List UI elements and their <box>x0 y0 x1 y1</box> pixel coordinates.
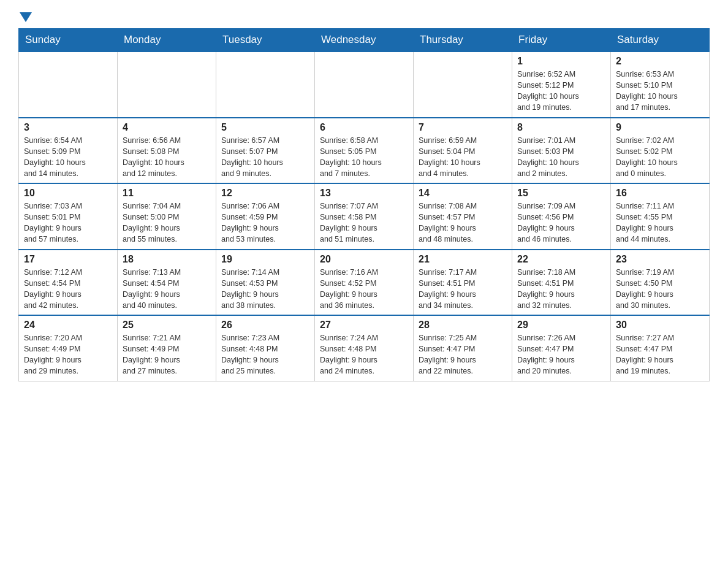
day-of-week-header: Wednesday <box>315 29 414 52</box>
calendar-cell <box>414 52 512 118</box>
day-number: 27 <box>320 320 408 331</box>
day-info: Sunrise: 7:23 AM Sunset: 4:48 PM Dayligh… <box>221 332 309 377</box>
day-number: 11 <box>123 188 211 199</box>
day-info: Sunrise: 7:13 AM Sunset: 4:54 PM Dayligh… <box>123 267 211 312</box>
day-info: Sunrise: 7:14 AM Sunset: 4:53 PM Dayligh… <box>221 267 309 312</box>
calendar-cell: 10Sunrise: 7:03 AM Sunset: 5:01 PM Dayli… <box>19 183 118 250</box>
week-row: 17Sunrise: 7:12 AM Sunset: 4:54 PM Dayli… <box>19 250 710 316</box>
day-number: 19 <box>221 254 309 265</box>
week-row: 10Sunrise: 7:03 AM Sunset: 5:01 PM Dayli… <box>19 183 710 250</box>
day-info: Sunrise: 7:03 AM Sunset: 5:01 PM Dayligh… <box>24 201 112 245</box>
calendar-cell: 21Sunrise: 7:17 AM Sunset: 4:51 PM Dayli… <box>414 250 512 316</box>
calendar-cell: 25Sunrise: 7:21 AM Sunset: 4:49 PM Dayli… <box>118 315 216 381</box>
day-number: 24 <box>24 320 112 331</box>
day-info: Sunrise: 6:59 AM Sunset: 5:04 PM Dayligh… <box>419 135 507 180</box>
calendar-cell <box>19 52 118 118</box>
week-row: 24Sunrise: 7:20 AM Sunset: 4:49 PM Dayli… <box>19 315 710 381</box>
day-info: Sunrise: 6:54 AM Sunset: 5:09 PM Dayligh… <box>24 135 112 180</box>
day-number: 26 <box>221 320 309 331</box>
day-of-week-header: Thursday <box>414 29 512 52</box>
day-info: Sunrise: 7:17 AM Sunset: 4:51 PM Dayligh… <box>419 267 507 312</box>
day-info: Sunrise: 6:58 AM Sunset: 5:05 PM Dayligh… <box>320 135 408 180</box>
calendar-cell <box>118 52 216 118</box>
day-number: 2 <box>616 56 704 67</box>
calendar-cell: 29Sunrise: 7:26 AM Sunset: 4:47 PM Dayli… <box>512 315 611 381</box>
day-of-week-header: Saturday <box>611 29 710 52</box>
day-number: 1 <box>517 56 605 67</box>
page-header <box>18 12 710 22</box>
day-number: 9 <box>616 122 704 133</box>
day-info: Sunrise: 7:25 AM Sunset: 4:47 PM Dayligh… <box>419 332 507 377</box>
day-info: Sunrise: 7:01 AM Sunset: 5:03 PM Dayligh… <box>517 135 605 180</box>
calendar-cell: 18Sunrise: 7:13 AM Sunset: 4:54 PM Dayli… <box>118 250 216 316</box>
day-info: Sunrise: 7:09 AM Sunset: 4:56 PM Dayligh… <box>517 201 605 245</box>
day-info: Sunrise: 7:18 AM Sunset: 4:51 PM Dayligh… <box>517 267 605 312</box>
day-number: 21 <box>419 254 507 265</box>
day-info: Sunrise: 7:04 AM Sunset: 5:00 PM Dayligh… <box>123 201 211 245</box>
calendar-header-row: SundayMondayTuesdayWednesdayThursdayFrid… <box>19 29 710 52</box>
day-number: 7 <box>419 122 507 133</box>
day-of-week-header: Monday <box>118 29 216 52</box>
calendar-cell: 3Sunrise: 6:54 AM Sunset: 5:09 PM Daylig… <box>19 118 118 184</box>
calendar-cell: 16Sunrise: 7:11 AM Sunset: 4:55 PM Dayli… <box>611 183 710 250</box>
day-number: 13 <box>320 188 408 199</box>
day-number: 17 <box>24 254 112 265</box>
calendar-cell: 26Sunrise: 7:23 AM Sunset: 4:48 PM Dayli… <box>216 315 315 381</box>
calendar-cell: 30Sunrise: 7:27 AM Sunset: 4:47 PM Dayli… <box>611 315 710 381</box>
calendar-cell <box>216 52 315 118</box>
calendar-cell: 4Sunrise: 6:56 AM Sunset: 5:08 PM Daylig… <box>118 118 216 184</box>
day-info: Sunrise: 7:11 AM Sunset: 4:55 PM Dayligh… <box>616 201 704 245</box>
day-info: Sunrise: 7:02 AM Sunset: 5:02 PM Dayligh… <box>616 135 704 180</box>
calendar-cell <box>315 52 414 118</box>
day-number: 29 <box>517 320 605 331</box>
day-info: Sunrise: 7:16 AM Sunset: 4:52 PM Dayligh… <box>320 267 408 312</box>
day-number: 14 <box>419 188 507 199</box>
day-info: Sunrise: 6:56 AM Sunset: 5:08 PM Dayligh… <box>123 135 211 180</box>
calendar-cell: 8Sunrise: 7:01 AM Sunset: 5:03 PM Daylig… <box>512 118 611 184</box>
calendar-cell: 23Sunrise: 7:19 AM Sunset: 4:50 PM Dayli… <box>611 250 710 316</box>
calendar-table: SundayMondayTuesdayWednesdayThursdayFrid… <box>18 28 710 381</box>
calendar-cell: 6Sunrise: 6:58 AM Sunset: 5:05 PM Daylig… <box>315 118 414 184</box>
calendar-cell: 14Sunrise: 7:08 AM Sunset: 4:57 PM Dayli… <box>414 183 512 250</box>
calendar-cell: 20Sunrise: 7:16 AM Sunset: 4:52 PM Dayli… <box>315 250 414 316</box>
day-of-week-header: Tuesday <box>216 29 315 52</box>
calendar-cell: 2Sunrise: 6:53 AM Sunset: 5:10 PM Daylig… <box>611 52 710 118</box>
calendar-cell: 9Sunrise: 7:02 AM Sunset: 5:02 PM Daylig… <box>611 118 710 184</box>
day-info: Sunrise: 7:19 AM Sunset: 4:50 PM Dayligh… <box>616 267 704 312</box>
calendar-cell: 28Sunrise: 7:25 AM Sunset: 4:47 PM Dayli… <box>414 315 512 381</box>
calendar-cell: 19Sunrise: 7:14 AM Sunset: 4:53 PM Dayli… <box>216 250 315 316</box>
logo-triangle-icon <box>20 12 32 22</box>
day-info: Sunrise: 7:08 AM Sunset: 4:57 PM Dayligh… <box>419 201 507 245</box>
day-info: Sunrise: 7:26 AM Sunset: 4:47 PM Dayligh… <box>517 332 605 377</box>
day-info: Sunrise: 7:20 AM Sunset: 4:49 PM Dayligh… <box>24 332 112 377</box>
day-number: 30 <box>616 320 704 331</box>
day-number: 3 <box>24 122 112 133</box>
calendar-cell: 17Sunrise: 7:12 AM Sunset: 4:54 PM Dayli… <box>19 250 118 316</box>
day-info: Sunrise: 7:21 AM Sunset: 4:49 PM Dayligh… <box>123 332 211 377</box>
day-info: Sunrise: 6:57 AM Sunset: 5:07 PM Dayligh… <box>221 135 309 180</box>
calendar-cell: 12Sunrise: 7:06 AM Sunset: 4:59 PM Dayli… <box>216 183 315 250</box>
day-number: 6 <box>320 122 408 133</box>
day-info: Sunrise: 7:07 AM Sunset: 4:58 PM Dayligh… <box>320 201 408 245</box>
day-info: Sunrise: 7:12 AM Sunset: 4:54 PM Dayligh… <box>24 267 112 312</box>
calendar-cell: 1Sunrise: 6:52 AM Sunset: 5:12 PM Daylig… <box>512 52 611 118</box>
calendar-cell: 13Sunrise: 7:07 AM Sunset: 4:58 PM Dayli… <box>315 183 414 250</box>
day-number: 20 <box>320 254 408 265</box>
day-number: 25 <box>123 320 211 331</box>
calendar-cell: 15Sunrise: 7:09 AM Sunset: 4:56 PM Dayli… <box>512 183 611 250</box>
day-number: 10 <box>24 188 112 199</box>
day-number: 4 <box>123 122 211 133</box>
day-number: 23 <box>616 254 704 265</box>
day-info: Sunrise: 7:24 AM Sunset: 4:48 PM Dayligh… <box>320 332 408 377</box>
day-info: Sunrise: 6:52 AM Sunset: 5:12 PM Dayligh… <box>517 69 605 113</box>
day-number: 5 <box>221 122 309 133</box>
day-number: 8 <box>517 122 605 133</box>
day-of-week-header: Friday <box>512 29 611 52</box>
day-info: Sunrise: 6:53 AM Sunset: 5:10 PM Dayligh… <box>616 69 704 113</box>
calendar-cell: 27Sunrise: 7:24 AM Sunset: 4:48 PM Dayli… <box>315 315 414 381</box>
calendar-cell: 5Sunrise: 6:57 AM Sunset: 5:07 PM Daylig… <box>216 118 315 184</box>
day-number: 18 <box>123 254 211 265</box>
calendar-cell: 22Sunrise: 7:18 AM Sunset: 4:51 PM Dayli… <box>512 250 611 316</box>
day-info: Sunrise: 7:27 AM Sunset: 4:47 PM Dayligh… <box>616 332 704 377</box>
calendar-cell: 7Sunrise: 6:59 AM Sunset: 5:04 PM Daylig… <box>414 118 512 184</box>
